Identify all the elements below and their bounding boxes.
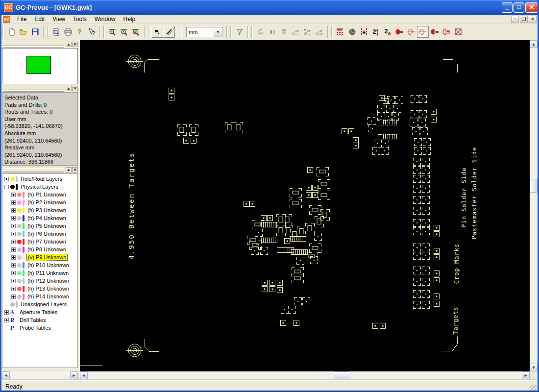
aperture-wheel-button[interactable] <box>346 26 358 38</box>
tree-item[interactable]: (h) P2 Unknown <box>2 198 77 206</box>
open-button[interactable] <box>18 26 29 38</box>
layer-label[interactable]: (h) P11 Unknown <box>26 270 70 276</box>
expand-icon[interactable] <box>11 224 16 228</box>
tree-item[interactable]: (h) P1 Unknown <box>2 191 77 198</box>
layer-color-bar-icon[interactable] <box>23 231 24 237</box>
menu-view[interactable]: View <box>49 15 69 24</box>
layer-color-dot-icon[interactable] <box>17 263 22 268</box>
tree-item[interactable]: (h) P7 Unknown <box>2 238 77 245</box>
layer-label[interactable]: (h) P6 Unknown <box>26 231 67 237</box>
layer-color-bar-icon[interactable] <box>16 301 18 308</box>
expand-icon[interactable] <box>4 177 9 181</box>
tree-item[interactable]: (h) P11 Unknown <box>2 269 77 277</box>
layer-color-dot-icon[interactable] <box>17 216 22 220</box>
tree-item[interactable]: (h) P12 Unknown <box>2 277 77 285</box>
layer-label[interactable]: (h) P5 Unknown <box>26 223 67 229</box>
child-close-button[interactable]: × <box>529 16 537 23</box>
zoom-extents-button[interactable] <box>130 26 142 38</box>
net-frame-button[interactable] <box>452 26 464 38</box>
layer-label[interactable]: Physical Layers <box>20 184 59 190</box>
layer-label[interactable]: (h) P3 Unknown <box>26 207 67 213</box>
expand-icon[interactable] <box>11 263 16 268</box>
expand-icon[interactable] <box>11 271 16 275</box>
child-minimize-button[interactable]: – <box>511 16 519 23</box>
horizontal-scrollbar[interactable]: ◄ ► <box>80 371 530 380</box>
layer-color-bar-icon[interactable] <box>23 223 24 229</box>
layer-label[interactable]: (h) P14 Unknown <box>26 294 70 299</box>
resize-grip[interactable] <box>530 385 537 391</box>
child-restore-button[interactable]: ❐ <box>520 16 528 23</box>
panel-close-icon[interactable]: ✕ <box>72 86 78 91</box>
layer-color-dot-icon[interactable] <box>17 200 22 205</box>
layer-label[interactable]: Drill Tables <box>19 317 47 323</box>
trace-mode-toggle[interactable] <box>163 26 175 38</box>
scroll-down-icon[interactable]: ▼ <box>530 364 538 371</box>
minimize-button[interactable]: _ <box>502 2 513 13</box>
layer-label[interactable]: Probe Tables <box>19 325 52 331</box>
layer-color-dot-icon[interactable] <box>17 232 22 236</box>
horizontal-scroll-thumb[interactable] <box>334 371 350 380</box>
board-viewport[interactable]: 4.950 Between TargetsPin Solder SidePast… <box>80 40 530 371</box>
pad-fill-cyan-button[interactable] <box>429 26 441 38</box>
layer-label[interactable]: (h) P2 Unknown <box>26 199 67 205</box>
layer-color-dot-icon[interactable] <box>10 177 15 181</box>
pad-fill-button[interactable] <box>393 26 405 38</box>
menu-window[interactable]: Window <box>91 15 120 24</box>
scroll-left-icon[interactable]: ◄ <box>80 371 88 379</box>
layer-color-bar-icon[interactable] <box>23 278 24 284</box>
layer-label[interactable]: (h) P8 Unknown <box>26 246 67 252</box>
vertical-scrollbar[interactable]: ▲ ▼ <box>530 40 538 371</box>
panel-gripper[interactable] <box>3 87 64 90</box>
expand-icon[interactable] <box>11 232 16 236</box>
units-combobox[interactable]: mm ▼ <box>186 27 222 37</box>
expand-icon[interactable] <box>11 240 16 244</box>
layer-color-dot-icon[interactable] <box>17 255 22 260</box>
two-up-button[interactable]: 2 <box>370 26 382 38</box>
scroll-left-icon[interactable]: ◄ <box>2 371 10 379</box>
expand-icon[interactable] <box>4 310 9 315</box>
expand-icon[interactable] <box>11 200 16 205</box>
tree-item[interactable]: (h) P3 Unknown <box>2 206 77 214</box>
expand-icon[interactable] <box>11 208 16 213</box>
layer-color-dot-icon[interactable] <box>17 294 22 299</box>
print-preview-button[interactable] <box>50 26 62 38</box>
tree-item[interactable]: RDrill Tables <box>2 316 77 324</box>
layer-color-bar-icon[interactable] <box>23 286 24 292</box>
menu-file[interactable]: File <box>13 15 30 24</box>
pad-outline-button[interactable] <box>405 26 417 38</box>
expand-icon[interactable] <box>11 255 16 260</box>
filter-button[interactable] <box>234 26 245 38</box>
layer-label[interactable]: Hole/Rout Layers <box>20 176 63 182</box>
layer-color-bar-icon[interactable] <box>23 294 24 300</box>
expand-icon[interactable] <box>11 193 16 197</box>
layer-color-bar-icon[interactable] <box>23 262 24 269</box>
scroll-up-icon[interactable]: ▲ <box>530 40 538 48</box>
scroll-right-icon[interactable]: ► <box>522 371 530 379</box>
combo-arrow-icon[interactable]: ▼ <box>214 27 222 37</box>
layer-color-bar-icon[interactable] <box>16 176 18 182</box>
board-overview-panel[interactable] <box>2 48 78 84</box>
tree-horizontal-scrollbar[interactable]: ◄ ► <box>2 371 78 379</box>
panel-close-icon[interactable]: ✕ <box>72 42 78 47</box>
dcode-list-button[interactable]: # <box>358 26 370 38</box>
new-button[interactable] <box>6 26 18 38</box>
tree-item[interactable]: Hole/Rout Layers <box>2 175 77 183</box>
menu-tools[interactable]: Tools <box>69 15 91 24</box>
layer-color-dot-icon[interactable] <box>17 279 22 283</box>
zoom-in-button[interactable] <box>107 26 119 38</box>
panel-gripper[interactable] <box>3 43 64 46</box>
layer-label[interactable]: (h) P10 Unknown <box>26 262 70 268</box>
layer-color-bar-icon[interactable] <box>23 215 24 221</box>
close-button[interactable]: ✕ <box>525 2 538 13</box>
layer-color-bar-icon[interactable] <box>23 239 24 245</box>
tree-item[interactable]: (h) P4 Unknown <box>2 214 77 222</box>
layer-color-bar-icon[interactable] <box>23 207 24 214</box>
vertical-scroll-thumb[interactable] <box>530 179 538 193</box>
panel-collapse-icon[interactable]: ▲ <box>66 86 72 91</box>
layer-color-bar-icon[interactable] <box>16 184 18 190</box>
expand-icon[interactable] <box>11 294 16 299</box>
zoom-window-button[interactable] <box>119 26 130 38</box>
copy-rotate-button[interactable] <box>441 26 452 38</box>
layer-color-dot-icon[interactable] <box>17 224 22 228</box>
tree-item[interactable]: (h) P8 Unknown <box>2 245 77 253</box>
